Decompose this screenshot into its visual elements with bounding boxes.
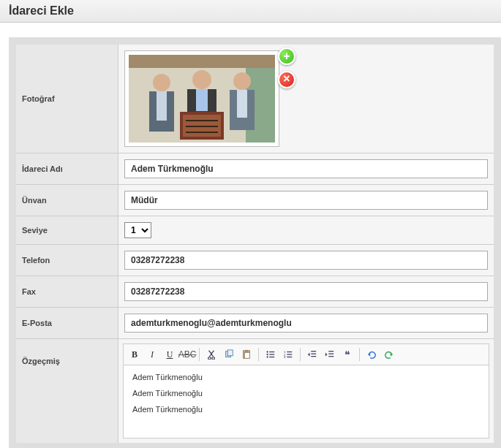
bold-button[interactable]: B [127, 346, 143, 362]
svg-rect-11 [237, 90, 247, 118]
label-fax: Fax [16, 276, 118, 307]
svg-rect-8 [196, 89, 208, 111]
editor-toolbar: B I U ABC [123, 343, 489, 365]
number-list-button[interactable]: 123 [280, 346, 296, 362]
paste-button[interactable] [238, 346, 255, 362]
underline-button[interactable]: U [162, 346, 178, 362]
label-phone: Telefon [16, 245, 118, 276]
svg-rect-18 [227, 350, 233, 356]
svg-point-6 [192, 70, 211, 89]
outdent-icon [307, 349, 317, 360]
blockquote-button[interactable]: ❝ [339, 346, 355, 362]
separator [199, 348, 200, 361]
copy-button[interactable] [221, 346, 237, 362]
editor-content[interactable]: Adem Türkmenoğlu Adem Türkmenoğlu Adem T… [123, 365, 489, 438]
svg-rect-1 [129, 55, 275, 68]
name-input[interactable] [124, 159, 488, 178]
svg-text:3: 3 [284, 355, 286, 359]
bullet-list-button[interactable] [263, 346, 279, 362]
outdent-button[interactable] [304, 346, 320, 362]
svg-rect-5 [157, 91, 167, 121]
form-panel: Fotoğraf [9, 37, 501, 448]
label-photo: Fotoğraf [16, 45, 118, 153]
indent-icon [325, 349, 335, 360]
row-title: Ünvan [16, 185, 494, 216]
svg-point-24 [266, 356, 268, 357]
svg-rect-21 [245, 350, 248, 352]
bio-line: Adem Türkmenoğlu [132, 373, 480, 381]
separator [359, 348, 360, 361]
bio-line: Adem Türkmenoğlu [132, 405, 480, 414]
title-input[interactable] [124, 191, 488, 210]
level-select[interactable]: 1 [124, 222, 151, 238]
rich-editor: B I U ABC [123, 343, 489, 438]
row-bio: Özgeçmiş B I U ABC [16, 339, 494, 443]
page-header: İdareci Ekle [0, 0, 501, 23]
separator [258, 348, 259, 361]
bio-line: Adem Türkmenoğlu [132, 389, 480, 398]
italic-button[interactable]: I [144, 346, 160, 362]
redo-icon [384, 349, 394, 360]
paste-icon [241, 349, 252, 360]
svg-point-3 [153, 74, 170, 91]
undo-button[interactable] [363, 346, 380, 362]
row-email: E-Posta [16, 308, 494, 339]
undo-icon [366, 349, 377, 360]
svg-point-9 [233, 72, 251, 90]
copy-icon [224, 349, 234, 360]
row-level: Seviye 1 [16, 216, 494, 245]
photo-controls: + × [278, 48, 295, 88]
photo-thumbnail[interactable] [124, 50, 279, 147]
phone-input[interactable] [124, 251, 488, 270]
plus-icon: + [283, 50, 290, 63]
page-title: İdareci Ekle [9, 4, 492, 18]
scissors-icon [206, 349, 216, 360]
add-photo-button[interactable]: + [278, 48, 295, 65]
list-ol-icon: 123 [283, 349, 293, 360]
row-fax: Fax [16, 276, 494, 308]
svg-rect-20 [244, 352, 249, 358]
label-bio: Özgeçmiş [16, 339, 118, 443]
separator [300, 348, 301, 361]
photo-image [129, 55, 275, 143]
list-ul-icon [265, 349, 276, 360]
email-input[interactable] [124, 314, 488, 333]
svg-point-23 [266, 354, 268, 355]
indent-button[interactable] [322, 346, 338, 362]
row-photo: Fotoğraf [16, 45, 494, 153]
svg-point-22 [266, 351, 268, 352]
close-icon: × [283, 72, 290, 86]
fax-input[interactable] [124, 282, 488, 301]
label-email: E-Posta [16, 308, 118, 338]
label-name: İdareci Adı [16, 153, 118, 184]
row-phone: Telefon [16, 245, 494, 276]
remove-photo-button[interactable]: × [278, 71, 295, 88]
label-level: Seviye [16, 216, 118, 244]
redo-button[interactable] [381, 346, 397, 362]
label-title: Ünvan [16, 185, 118, 216]
strikethrough-button[interactable]: ABC [179, 346, 195, 362]
cut-button[interactable] [203, 346, 219, 362]
photo-cell: + × [118, 45, 494, 153]
row-name: İdareci Adı [16, 153, 494, 185]
